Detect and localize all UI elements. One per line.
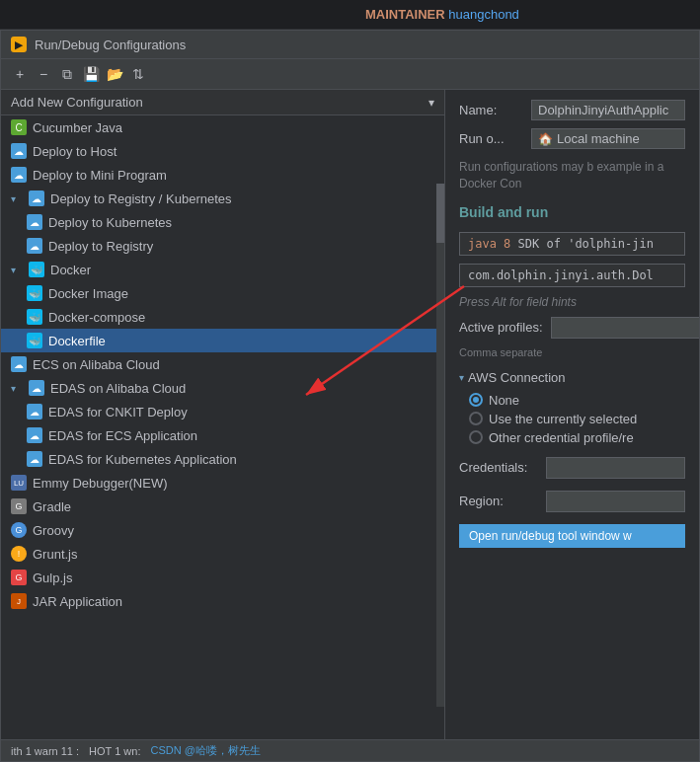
config-list: C Cucumber Java ☁ Deploy to Host ☁ Deplo…	[1, 115, 444, 739]
config-item-edas-alibaba[interactable]: ▾ ☁ EDAS on Alibaba Cloud	[1, 376, 444, 400]
list-scrollbar[interactable]	[436, 184, 444, 707]
remove-config-button[interactable]: −	[33, 63, 54, 85]
config-item-label: Grunt.js	[33, 547, 78, 562]
groovy-icon: G	[11, 522, 27, 538]
active-profiles-label: Active profiles:	[459, 320, 543, 335]
collapse-arrow-aws[interactable]: ▾	[459, 372, 464, 383]
config-item-label: Cucumber Java	[33, 120, 122, 135]
aws-radio-none[interactable]: None	[469, 393, 685, 408]
expand-arrow-registry-k8s: ▾	[11, 193, 23, 204]
config-item-edas-k8s-app[interactable]: ☁ EDAS for Kubernetes Application	[1, 447, 444, 471]
region-label: Region:	[459, 494, 538, 508]
run-on-text: Local machine	[557, 131, 640, 146]
dialog-body: Add New Configuration ▾ C Cucumber Java …	[1, 90, 699, 739]
jar-icon: J	[11, 593, 27, 609]
gradle-icon: G	[11, 498, 27, 514]
status-bar: ith 1 warn 11 : HOT 1 wn: CSDN @哈喽，树先生	[1, 739, 699, 761]
scrollbar-thumb[interactable]	[436, 184, 444, 243]
config-item-label: Deploy to Kubernetes	[48, 215, 172, 230]
config-item-dockerfile[interactable]: 🐳 Dockerfile	[1, 329, 444, 352]
cloud-icon-k8s: ☁	[27, 214, 42, 230]
config-item-label: Docker	[50, 263, 91, 277]
hint-text: Press Alt for field hints	[459, 295, 685, 309]
config-item-jar-app[interactable]: J JAR Application	[1, 589, 444, 613]
docker-icon: 🐳	[29, 262, 44, 277]
region-input[interactable]	[546, 491, 685, 512]
expand-arrow-docker: ▾	[11, 265, 23, 275]
dialog-toolbar: + − ⧉ 💾 📂 ⇅	[1, 59, 699, 90]
aws-section-label: AWS Connection	[468, 370, 566, 385]
main-class-text: com.dolphin.jinyi.auth.Dol	[468, 268, 654, 282]
config-item-deploy-k8s[interactable]: ☁ Deploy to Kubernetes	[1, 210, 444, 234]
save-config-button[interactable]: 💾	[80, 63, 102, 85]
run-on-row: Run o... 🏠 Local machine	[459, 128, 685, 149]
grunt-icon: !	[11, 546, 27, 562]
aws-section-title: ▾ AWS Connection	[459, 370, 685, 385]
run-on-label: Run o...	[459, 131, 523, 146]
config-item-label: Deploy to Registry	[48, 239, 153, 254]
name-row: Name: DolphinJinyiAuthApplic	[459, 100, 685, 120]
name-label: Name:	[459, 103, 523, 117]
config-item-groovy[interactable]: G Groovy	[1, 518, 444, 542]
config-item-docker[interactable]: ▾ 🐳 Docker	[1, 258, 444, 281]
config-item-gruntjs[interactable]: ! Grunt.js	[1, 542, 444, 566]
code-area-topbar: MAINTAINER huangchond	[0, 0, 700, 30]
config-item-deploy-mini[interactable]: ☁ Deploy to Mini Program	[1, 163, 444, 187]
aws-radio-current[interactable]: Use the currently selected	[469, 412, 685, 426]
radio-circle-none	[469, 393, 483, 407]
credentials-input[interactable]	[546, 457, 685, 479]
sort-config-button[interactable]: ⇅	[127, 63, 149, 85]
config-item-edas-ecs[interactable]: ☁ EDAS for ECS Application	[1, 423, 444, 447]
config-item-docker-image[interactable]: 🐳 Docker Image	[1, 281, 444, 305]
folder-config-button[interactable]: 📂	[104, 63, 125, 85]
dialog-titlebar: ▶ Run/Debug Configurations	[1, 31, 699, 59]
add-config-button[interactable]: +	[9, 63, 31, 85]
config-item-cucumber[interactable]: C Cucumber Java	[1, 115, 444, 139]
config-item-label: Deploy to Mini Program	[33, 168, 167, 183]
run-config-icon: ▶	[11, 37, 27, 52]
docker-compose-icon: 🐳	[27, 309, 42, 325]
status-extra: HOT 1 wn:	[89, 745, 140, 757]
config-item-deploy-host[interactable]: ☁ Deploy to Host	[1, 139, 444, 163]
config-item-label: Gulp.js	[33, 571, 72, 585]
active-profiles-input[interactable]	[551, 317, 699, 339]
name-input[interactable]: DolphinJinyiAuthApplic	[531, 100, 685, 120]
config-item-label: Docker-compose	[48, 310, 145, 325]
add-config-label: Add New Configuration	[11, 95, 143, 110]
expand-arrow-edas: ▾	[11, 383, 23, 394]
config-item-label: Deploy to Registry / Kubernetes	[50, 191, 232, 206]
main-class-field[interactable]: com.dolphin.jinyi.auth.Dol	[459, 264, 685, 287]
config-item-ecs-alibaba[interactable]: ☁ ECS on Alibaba Cloud	[1, 352, 444, 376]
run-on-value[interactable]: 🏠 Local machine	[531, 128, 685, 149]
maintainer-keyword: MAINTAINER	[365, 7, 445, 22]
config-item-label: EDAS for Kubernetes Application	[48, 452, 237, 467]
build-run-section-title: Build and run	[459, 204, 685, 220]
right-panel: Name: DolphinJinyiAuthApplic Run o... 🏠 …	[445, 90, 699, 739]
dockerfile-icon: 🐳	[27, 333, 42, 348]
profiles-note: Comma separate	[459, 346, 685, 358]
config-item-deploy-registry-k8s[interactable]: ▾ ☁ Deploy to Registry / Kubernetes	[1, 187, 444, 210]
config-item-label: EDAS on Alibaba Cloud	[50, 381, 186, 396]
config-item-gradle[interactable]: G Gradle	[1, 495, 444, 518]
config-item-edas-cnkit[interactable]: ☁ EDAS for CNKIT Deploy	[1, 400, 444, 423]
credentials-row: Credentials:	[459, 457, 685, 479]
region-row: Region:	[459, 491, 685, 512]
config-item-label: EDAS for ECS Application	[48, 428, 197, 443]
add-new-config-bar[interactable]: Add New Configuration ▾	[1, 90, 444, 115]
config-item-gulpjs[interactable]: G Gulp.js	[1, 566, 444, 589]
status-csdn: CSDN @哈喽，树先生	[150, 743, 260, 758]
open-run-debug-button[interactable]: Open run/debug tool window w	[459, 524, 685, 548]
java-field-text: SDK of 'dolphin-jin	[518, 237, 654, 251]
aws-radio-other[interactable]: Other credential profile/re	[469, 430, 685, 445]
cloud-icon-deploy-mini: ☁	[11, 167, 27, 183]
cloud-icon-edas-ecs: ☁	[27, 427, 42, 443]
copy-config-button[interactable]: ⧉	[56, 63, 78, 85]
radio-label-other: Other credential profile/re	[489, 430, 634, 445]
java-field[interactable]: java 8 SDK of 'dolphin-jin	[459, 232, 685, 256]
config-item-label: Groovy	[33, 523, 74, 538]
config-item-docker-compose[interactable]: 🐳 Docker-compose	[1, 305, 444, 329]
config-item-label: JAR Application	[33, 594, 122, 609]
config-item-deploy-registry[interactable]: ☁ Deploy to Registry	[1, 234, 444, 258]
cloud-icon-edas-k8s: ☁	[27, 451, 42, 467]
config-item-emmy[interactable]: LU Emmy Debugger(NEW)	[1, 471, 444, 495]
